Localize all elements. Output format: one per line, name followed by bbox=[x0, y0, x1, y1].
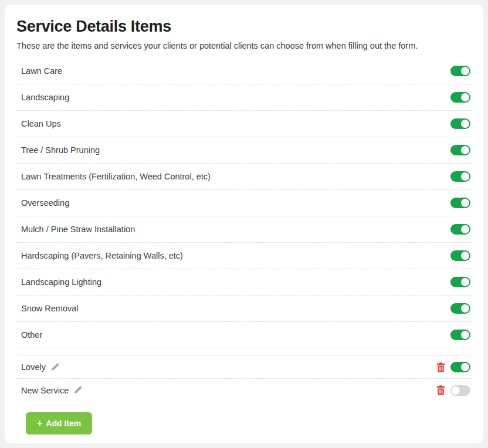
service-item-label: Clean Ups bbox=[21, 119, 61, 128]
service-item-row: Lawn Treatments (Fertilization, Weed Con… bbox=[16, 164, 472, 190]
row-controls bbox=[450, 198, 470, 208]
toggle-knob bbox=[452, 386, 460, 395]
row-controls bbox=[450, 171, 470, 182]
page-subtitle: These are the items and services your cl… bbox=[16, 41, 472, 50]
row-controls bbox=[450, 145, 470, 155]
service-toggle[interactable] bbox=[450, 118, 470, 129]
toggle-knob bbox=[461, 363, 469, 371]
custom-service-item-row: New Service bbox=[16, 379, 472, 402]
service-details-card: Service Details Items These are the item… bbox=[5, 5, 483, 443]
service-item-row: Snow Removal bbox=[16, 296, 472, 322]
row-controls bbox=[450, 92, 470, 103]
page-title: Service Details Items bbox=[16, 18, 472, 36]
toggle-knob bbox=[461, 225, 469, 233]
custom-service-item-row: Lovely bbox=[16, 356, 472, 379]
service-item-row: Landscaping Lighting bbox=[16, 269, 472, 296]
service-toggle[interactable] bbox=[450, 171, 470, 182]
toggle-knob bbox=[461, 172, 469, 181]
service-item-row: Clean Ups bbox=[16, 111, 472, 137]
service-item-row: Hardscaping (Pavers, Retaining Walls, et… bbox=[16, 243, 472, 269]
service-item-label: Snow Removal bbox=[21, 304, 79, 313]
add-item-button[interactable]: + Add Item bbox=[26, 412, 92, 435]
toggle-knob bbox=[461, 93, 469, 101]
toggle-knob bbox=[461, 252, 469, 260]
row-controls bbox=[450, 250, 470, 261]
section-divider bbox=[16, 355, 472, 355]
service-toggle[interactable] bbox=[450, 198, 470, 208]
service-item-label: Hardscaping (Pavers, Retaining Walls, et… bbox=[21, 251, 183, 260]
service-toggle[interactable] bbox=[450, 224, 470, 235]
service-toggle[interactable] bbox=[450, 92, 470, 103]
row-controls bbox=[450, 277, 470, 287]
row-controls bbox=[450, 66, 470, 76]
toggle-knob bbox=[461, 304, 469, 313]
row-controls bbox=[436, 362, 470, 372]
trash-icon[interactable] bbox=[436, 385, 445, 395]
service-item-label: Tree / Shrub Pruning bbox=[21, 145, 100, 155]
service-item-label: New Service bbox=[21, 386, 69, 395]
custom-service-list: Lovely New Service bbox=[16, 356, 472, 402]
row-controls bbox=[450, 224, 470, 235]
service-item-label: Landscaping bbox=[21, 93, 69, 102]
service-toggle[interactable] bbox=[450, 385, 470, 396]
service-item-label: Mulch / Pine Straw Installation bbox=[21, 225, 135, 234]
service-toggle[interactable] bbox=[450, 66, 470, 76]
service-item-label: Landscaping Lighting bbox=[21, 277, 101, 287]
toggle-knob bbox=[461, 120, 469, 128]
service-item-label: Lawn Treatments (Fertilization, Weed Con… bbox=[21, 172, 211, 181]
service-item-label: Overseeding bbox=[21, 198, 69, 208]
service-item-label: Lawn Care bbox=[21, 66, 62, 76]
plus-icon: + bbox=[37, 419, 42, 428]
service-item-row: Lawn Care bbox=[16, 58, 472, 84]
trash-icon[interactable] bbox=[436, 362, 445, 372]
service-item-row: Landscaping bbox=[16, 84, 472, 111]
service-toggle[interactable] bbox=[450, 277, 470, 287]
service-toggle[interactable] bbox=[450, 250, 470, 261]
toggle-knob bbox=[461, 146, 469, 154]
toggle-knob bbox=[461, 278, 469, 286]
row-controls bbox=[436, 385, 470, 396]
add-item-label: Add Item bbox=[46, 419, 81, 428]
service-toggle[interactable] bbox=[450, 362, 470, 372]
toggle-knob bbox=[461, 331, 469, 339]
row-controls bbox=[450, 118, 470, 129]
service-item-row: Overseeding bbox=[16, 190, 472, 216]
row-controls bbox=[450, 330, 470, 340]
service-toggle[interactable] bbox=[450, 330, 470, 340]
pencil-icon[interactable] bbox=[73, 386, 82, 395]
toggle-knob bbox=[461, 67, 469, 75]
service-item-row: Mulch / Pine Straw Installation bbox=[16, 216, 472, 243]
service-toggle[interactable] bbox=[450, 303, 470, 314]
service-item-label: Lovely bbox=[21, 362, 46, 372]
service-toggle[interactable] bbox=[450, 145, 470, 155]
default-service-list: Lawn Care Landscaping Clean Ups Tree / S… bbox=[16, 58, 472, 348]
service-item-row: Other bbox=[16, 322, 472, 348]
row-controls bbox=[450, 303, 470, 314]
pencil-icon[interactable] bbox=[50, 363, 59, 372]
service-item-label: Other bbox=[21, 330, 42, 340]
service-item-row: Tree / Shrub Pruning bbox=[16, 137, 472, 164]
toggle-knob bbox=[461, 199, 469, 207]
